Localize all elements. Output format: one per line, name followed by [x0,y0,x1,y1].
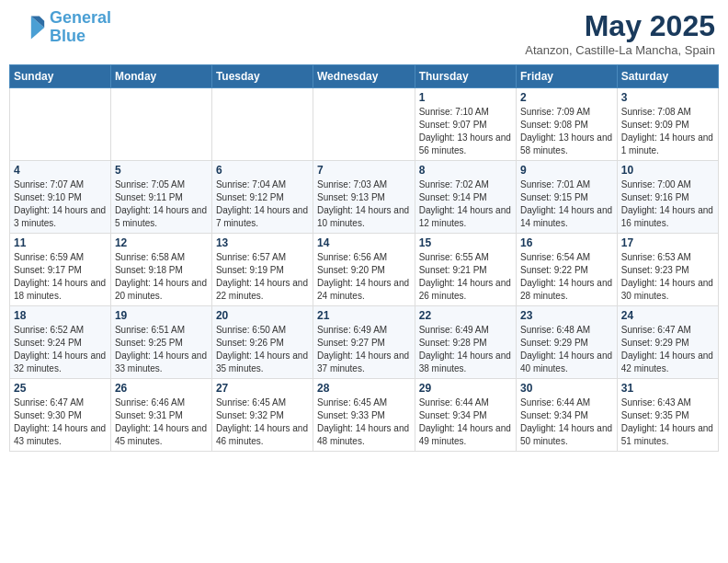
calendar-cell: 16Sunrise: 6:54 AM Sunset: 9:22 PM Dayli… [516,234,617,306]
day-info: Sunrise: 7:09 AM Sunset: 9:08 PM Dayligh… [520,106,613,157]
logo-line2: Blue [50,27,85,45]
calendar-cell: 31Sunrise: 6:43 AM Sunset: 9:35 PM Dayli… [617,379,718,452]
page-header: General Blue May 2025 Atanzon, Castille-… [9,9,719,57]
day-info: Sunrise: 6:46 AM Sunset: 9:31 PM Dayligh… [115,396,208,448]
calendar-cell: 13Sunrise: 6:57 AM Sunset: 9:19 PM Dayli… [211,234,313,306]
month-title: May 2025 [525,9,715,43]
day-number: 23 [520,309,613,322]
calendar-cell: 5Sunrise: 7:05 AM Sunset: 9:11 PM Daylig… [110,161,211,234]
day-info: Sunrise: 6:59 AM Sunset: 9:17 PM Dayligh… [14,251,107,303]
calendar-cell: 24Sunrise: 6:47 AM Sunset: 9:29 PM Dayli… [617,306,718,379]
logo-line1: General [50,8,111,27]
calendar-week-3: 11Sunrise: 6:59 AM Sunset: 9:17 PM Dayli… [10,234,719,306]
day-header-sunday: Sunday [10,65,111,88]
calendar-cell: 25Sunrise: 6:47 AM Sunset: 9:30 PM Dayli… [10,379,111,452]
day-info: Sunrise: 6:55 AM Sunset: 9:21 PM Dayligh… [419,251,512,303]
day-info: Sunrise: 6:48 AM Sunset: 9:29 PM Dayligh… [520,324,613,375]
calendar-cell: 2Sunrise: 7:09 AM Sunset: 9:08 PM Daylig… [516,88,617,161]
day-number: 17 [621,236,714,249]
day-number: 7 [317,164,411,177]
calendar-week-4: 18Sunrise: 6:52 AM Sunset: 9:24 PM Dayli… [10,306,719,379]
calendar-cell: 19Sunrise: 6:51 AM Sunset: 9:25 PM Dayli… [110,306,211,379]
logo: General Blue [13,9,111,46]
location: Atanzon, Castille-La Mancha, Spain [525,43,715,57]
day-info: Sunrise: 6:49 AM Sunset: 9:27 PM Dayligh… [317,324,411,375]
day-info: Sunrise: 7:02 AM Sunset: 9:14 PM Dayligh… [419,178,512,230]
day-number: 12 [115,236,208,249]
calendar-week-2: 4Sunrise: 7:07 AM Sunset: 9:10 PM Daylig… [10,161,719,234]
day-info: Sunrise: 6:43 AM Sunset: 9:35 PM Dayligh… [621,396,714,448]
day-info: Sunrise: 7:07 AM Sunset: 9:10 PM Dayligh… [14,178,107,230]
calendar-cell: 27Sunrise: 6:45 AM Sunset: 9:32 PM Dayli… [211,379,313,452]
day-number: 27 [216,382,309,395]
calendar-cell [313,88,415,161]
day-info: Sunrise: 7:04 AM Sunset: 9:12 PM Dayligh… [216,178,309,230]
day-number: 2 [520,91,613,104]
calendar-cell: 8Sunrise: 7:02 AM Sunset: 9:14 PM Daylig… [415,161,516,234]
calendar-cell: 10Sunrise: 7:00 AM Sunset: 9:16 PM Dayli… [617,161,718,234]
day-header-monday: Monday [110,65,211,88]
calendar-cell: 9Sunrise: 7:01 AM Sunset: 9:15 PM Daylig… [516,161,617,234]
calendar-cell [110,88,211,161]
day-number: 9 [520,164,613,177]
day-number: 19 [115,309,208,322]
calendar-cell: 26Sunrise: 6:46 AM Sunset: 9:31 PM Dayli… [110,379,211,452]
day-info: Sunrise: 7:08 AM Sunset: 9:09 PM Dayligh… [621,106,714,157]
day-number: 26 [115,382,208,395]
day-number: 11 [14,236,107,249]
day-info: Sunrise: 7:10 AM Sunset: 9:07 PM Dayligh… [419,106,512,157]
day-number: 30 [520,382,613,395]
day-number: 1 [419,91,512,104]
calendar-cell: 1Sunrise: 7:10 AM Sunset: 9:07 PM Daylig… [415,88,516,161]
calendar-cell: 6Sunrise: 7:04 AM Sunset: 9:12 PM Daylig… [211,161,313,234]
day-info: Sunrise: 6:58 AM Sunset: 9:18 PM Dayligh… [115,251,208,303]
calendar-cell: 22Sunrise: 6:49 AM Sunset: 9:28 PM Dayli… [415,306,516,379]
calendar-cell: 7Sunrise: 7:03 AM Sunset: 9:13 PM Daylig… [313,161,415,234]
day-number: 10 [621,164,714,177]
logo-text: General Blue [50,9,111,46]
calendar-cell: 3Sunrise: 7:08 AM Sunset: 9:09 PM Daylig… [617,88,718,161]
calendar-cell: 15Sunrise: 6:55 AM Sunset: 9:21 PM Dayli… [415,234,516,306]
day-info: Sunrise: 6:44 AM Sunset: 9:34 PM Dayligh… [419,396,512,448]
day-info: Sunrise: 6:53 AM Sunset: 9:23 PM Dayligh… [621,251,714,303]
calendar-week-5: 25Sunrise: 6:47 AM Sunset: 9:30 PM Dayli… [10,379,719,452]
logo-icon [13,11,46,44]
calendar-cell: 23Sunrise: 6:48 AM Sunset: 9:29 PM Dayli… [516,306,617,379]
day-number: 16 [520,236,613,249]
day-info: Sunrise: 6:47 AM Sunset: 9:30 PM Dayligh… [14,396,107,448]
day-number: 31 [621,382,714,395]
day-number: 13 [216,236,309,249]
calendar-cell [211,88,313,161]
day-info: Sunrise: 6:57 AM Sunset: 9:19 PM Dayligh… [216,251,309,303]
calendar-week-1: 1Sunrise: 7:10 AM Sunset: 9:07 PM Daylig… [10,88,719,161]
day-number: 6 [216,164,309,177]
calendar-cell: 21Sunrise: 6:49 AM Sunset: 9:27 PM Dayli… [313,306,415,379]
day-info: Sunrise: 6:54 AM Sunset: 9:22 PM Dayligh… [520,251,613,303]
calendar-cell: 4Sunrise: 7:07 AM Sunset: 9:10 PM Daylig… [10,161,111,234]
day-number: 21 [317,309,411,322]
day-info: Sunrise: 6:44 AM Sunset: 9:34 PM Dayligh… [520,396,613,448]
day-number: 25 [14,382,107,395]
day-header-friday: Friday [516,65,617,88]
calendar-header-row: SundayMondayTuesdayWednesdayThursdayFrid… [10,65,719,88]
calendar-cell: 17Sunrise: 6:53 AM Sunset: 9:23 PM Dayli… [617,234,718,306]
calendar-cell: 12Sunrise: 6:58 AM Sunset: 9:18 PM Dayli… [110,234,211,306]
day-info: Sunrise: 6:51 AM Sunset: 9:25 PM Dayligh… [115,324,208,375]
day-info: Sunrise: 6:45 AM Sunset: 9:32 PM Dayligh… [216,396,309,448]
calendar-cell: 20Sunrise: 6:50 AM Sunset: 9:26 PM Dayli… [211,306,313,379]
day-info: Sunrise: 7:03 AM Sunset: 9:13 PM Dayligh… [317,178,411,230]
day-info: Sunrise: 6:45 AM Sunset: 9:33 PM Dayligh… [317,396,411,448]
title-block: May 2025 Atanzon, Castille-La Mancha, Sp… [525,9,715,57]
calendar-cell: 29Sunrise: 6:44 AM Sunset: 9:34 PM Dayli… [415,379,516,452]
day-info: Sunrise: 6:56 AM Sunset: 9:20 PM Dayligh… [317,251,411,303]
day-header-tuesday: Tuesday [211,65,313,88]
day-number: 28 [317,382,411,395]
day-info: Sunrise: 7:05 AM Sunset: 9:11 PM Dayligh… [115,178,208,230]
calendar-cell: 30Sunrise: 6:44 AM Sunset: 9:34 PM Dayli… [516,379,617,452]
calendar-cell [10,88,111,161]
day-info: Sunrise: 7:00 AM Sunset: 9:16 PM Dayligh… [621,178,714,230]
day-number: 4 [14,164,107,177]
day-info: Sunrise: 6:47 AM Sunset: 9:29 PM Dayligh… [621,324,714,375]
day-header-saturday: Saturday [617,65,718,88]
day-number: 14 [317,236,411,249]
